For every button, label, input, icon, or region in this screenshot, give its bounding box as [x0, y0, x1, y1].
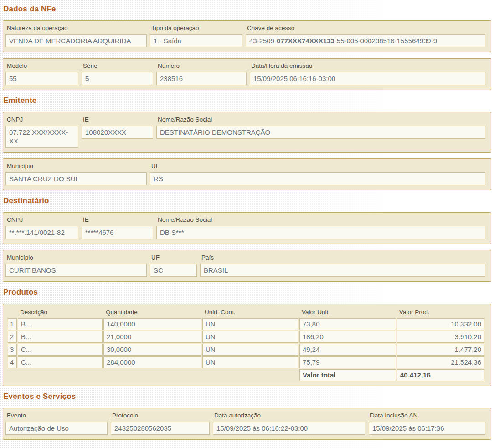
panel-emitente-1: CNPJ 07.722.XXX/XXXX-XX IE 108020XXXX No… — [3, 112, 491, 153]
cell-valor-prod: 10.332,00 — [397, 318, 484, 330]
cell-quantidade: 284,0000 — [103, 356, 201, 368]
cell-descricao: B... — [18, 318, 103, 330]
emitente-uf-value: RS — [150, 172, 485, 185]
cell-valor-unit: 186,20 — [299, 331, 396, 343]
field-serie: Série 5 — [82, 61, 153, 85]
field-protocolo: Protocolo 243250280562035 — [111, 411, 210, 435]
field-label-destinatario-ie: IE — [82, 215, 153, 226]
field-chave-acesso: Chave de acesso 43-2509-077XXX74XXX133-5… — [246, 24, 485, 47]
evento-value: Autorização de Uso — [5, 422, 108, 435]
data-emissao-value: 15/09/2025 06:16:16-03:00 — [250, 72, 485, 85]
col-header-descricao: Descrição — [18, 307, 103, 317]
field-emitente-uf: UF RS — [150, 162, 485, 185]
panel-destinatario-1: CNPJ **.***.141/0021-82 IE *****4676 Nom… — [3, 212, 491, 244]
field-emitente-ie: IE 108020XXXX — [82, 115, 153, 139]
numero-value: 238516 — [156, 72, 247, 85]
section-title-emitente: Emitente — [3, 96, 491, 105]
destinatario-pais-value: BRASIL — [200, 264, 485, 277]
field-label-destinatario-nome: Nome/Razão Social — [156, 215, 485, 226]
field-label-emitente-nome: Nome/Razão Social — [156, 115, 485, 126]
tipo-operacao-value: 1 - Saída — [150, 34, 242, 47]
field-tipo-operacao: Tipo da operação 1 - Saída — [150, 24, 242, 47]
cell-descricao: B... — [18, 331, 103, 343]
field-emitente-municipio: Município SANTA CRUZ DO SUL — [5, 162, 147, 185]
cell-valor-prod: 21.524,36 — [397, 356, 484, 368]
field-label-destinatario-cnpj: CNPJ — [5, 215, 78, 226]
field-emitente-cnpj: CNPJ 07.722.XXX/XXXX-XX — [5, 115, 78, 148]
emitente-cnpj-value: 07.722.XXX/XXXX-XX — [5, 126, 78, 148]
col-header-num — [8, 307, 17, 317]
cell-valor-unit: 49,24 — [299, 344, 396, 356]
table-row: 1 B... 140,0000 UN 73,80 10.332,00 — [8, 318, 484, 330]
field-label-data-inclusao-an: Data Inclusão AN — [369, 411, 485, 422]
produtos-header-row: Descrição Quantidade Unid. Com. Valor Un… — [8, 307, 484, 317]
col-header-valor-unit: Valor Unit. — [299, 307, 396, 317]
field-label-chave: Chave de acesso — [246, 24, 485, 34]
field-label-emitente-ie: IE — [82, 115, 153, 126]
natureza-operacao-value: VENDA DE MERCADORIA ADQUIRIDA — [5, 34, 147, 47]
destinatario-uf-value: SC — [150, 264, 197, 277]
cell-valor-prod: 3.910,20 — [397, 331, 484, 343]
field-label-data-autorizacao: Data autorização — [213, 411, 365, 422]
field-data-inclusao-an: Data Inclusão AN 15/09/2025 às 06:17:36 — [369, 411, 485, 435]
field-label-emitente-uf: UF — [150, 162, 485, 172]
field-modelo: Modelo 55 — [5, 61, 78, 85]
data-inclusao-an-value: 15/09/2025 às 06:17:36 — [369, 422, 485, 435]
field-label-natureza: Natureza da operação — [5, 24, 147, 34]
chave-bold-part: 077XXX74XXX133 — [277, 37, 334, 45]
field-data-autorizacao: Data autorização 15/09/2025 às 06:16:22-… — [213, 411, 365, 435]
table-row: 3 C... 30,0000 UN 49,24 1.477,20 — [8, 344, 484, 356]
total-row-spacer — [8, 369, 298, 381]
field-label-destinatario-uf: UF — [150, 253, 197, 264]
table-row: 4 C... 284,0000 UN 75,79 21.524,36 — [8, 356, 484, 368]
cell-descricao: C... — [18, 356, 103, 368]
data-autorizacao-value: 15/09/2025 às 06:16:22-03:00 — [213, 422, 365, 435]
valor-total-label: Valor total — [299, 369, 396, 381]
emitente-ie-value: 108020XXXX — [82, 126, 153, 139]
field-evento: Evento Autorização de Uso — [5, 411, 108, 435]
row-num: 4 — [8, 356, 17, 368]
panel-dados-nfe-2: Modelo 55 Série 5 Número 238516 Data/Hor… — [3, 58, 491, 90]
field-destinatario-municipio: Município CURITIBANOS — [5, 253, 147, 277]
field-natureza-operacao: Natureza da operação VENDA DE MERCADORIA… — [5, 24, 147, 47]
produtos-total-row: Valor total 40.412,16 — [8, 369, 484, 381]
field-data-emissao: Data/Hora da emissão 15/09/2025 06:16:16… — [250, 61, 485, 85]
field-destinatario-nome: Nome/Razão Social DB S*** — [156, 215, 485, 239]
panel-emitente-2: Município SANTA CRUZ DO SUL UF RS — [3, 158, 491, 190]
panel-destinatario-2: Município CURITIBANOS UF SC País BRASIL — [3, 250, 491, 282]
chave-suffix: -55-005-000238516-155564939-9 — [334, 37, 437, 45]
cell-quantidade: 21,0000 — [103, 331, 201, 343]
destinatario-municipio-value: CURITIBANOS — [5, 264, 147, 277]
cell-unid: UN — [202, 318, 298, 330]
serie-value: 5 — [82, 72, 153, 85]
row-num: 1 — [8, 318, 17, 330]
section-title-produtos: Produtos — [3, 288, 491, 297]
destinatario-ie-value: *****4676 — [82, 226, 153, 239]
field-label-evento: Evento — [5, 411, 108, 422]
field-label-destinatario-pais: País — [200, 253, 485, 264]
panel-dados-nfe-1: Natureza da operação VENDA DE MERCADORIA… — [3, 20, 491, 52]
produtos-table: Descrição Quantidade Unid. Com. Valor Un… — [7, 306, 485, 382]
panel-produtos: Descrição Quantidade Unid. Com. Valor Un… — [3, 304, 491, 386]
field-numero: Número 238516 — [156, 61, 247, 85]
cell-valor-prod: 1.477,20 — [397, 344, 484, 356]
field-destinatario-ie: IE *****4676 — [82, 215, 153, 239]
field-destinatario-cnpj: CNPJ **.***.141/0021-82 — [5, 215, 78, 239]
cell-quantidade: 30,0000 — [103, 344, 201, 356]
cell-valor-unit: 73,80 — [299, 318, 396, 330]
field-label-serie: Série — [82, 61, 153, 72]
cell-unid: UN — [202, 344, 298, 356]
cell-quantidade: 140,0000 — [103, 318, 201, 330]
chave-acesso-value: 43-2509-077XXX74XXX133-55-005-000238516-… — [246, 34, 485, 47]
section-title-dados-nfe: Dados da NFe — [3, 5, 491, 14]
field-emitente-nome: Nome/Razão Social DESTINATÁRIO DEMONSTRA… — [156, 115, 485, 139]
row-num: 3 — [8, 344, 17, 356]
row-num: 2 — [8, 331, 17, 343]
field-label-numero: Número — [156, 61, 247, 72]
destinatario-nome-value: DB S*** — [156, 226, 485, 239]
cell-unid: UN — [202, 356, 298, 368]
cell-unid: UN — [202, 331, 298, 343]
emitente-municipio-value: SANTA CRUZ DO SUL — [5, 172, 147, 185]
field-label-emitente-municipio: Município — [5, 162, 147, 172]
col-header-valor-prod: Valor Prod. — [397, 307, 484, 317]
